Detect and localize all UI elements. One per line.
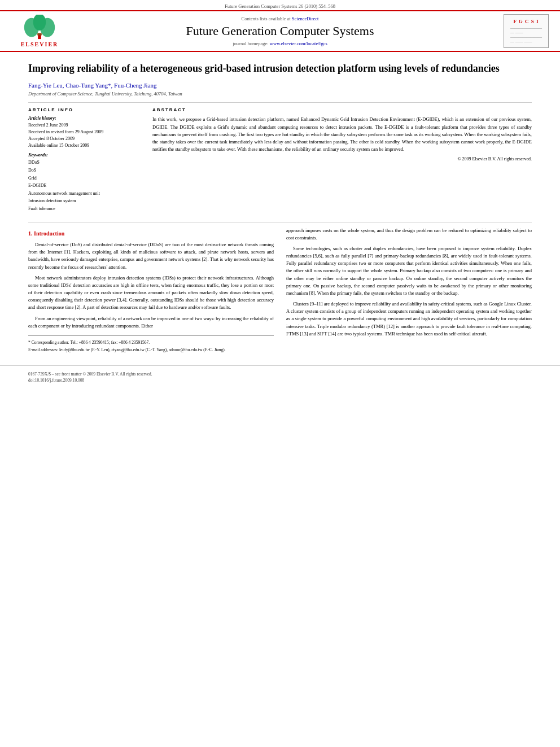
article-affiliation: Department of Computer Science, Tunghai … bbox=[28, 91, 532, 97]
fgcs-logo: F G C S I ———————— — —— ———————— — —— —— bbox=[504, 14, 549, 48]
footnote-area: * Corresponding author. Tel.: +886 4 235… bbox=[28, 335, 274, 353]
keywords-list: DDoS DoS Grid E-DGIDE Autonomous network… bbox=[28, 159, 141, 212]
keyword-4: E-DGIDE bbox=[28, 182, 141, 190]
abstract-label: ABSTRACT bbox=[152, 107, 532, 112]
available-date: Available online 15 October 2009 bbox=[28, 142, 141, 149]
body-para5: Some technologies, such as cluster and d… bbox=[286, 245, 532, 297]
keyword-5: Autonomous network management unit bbox=[28, 190, 141, 198]
svg-rect-4 bbox=[37, 33, 42, 36]
elsevier-tree-icon bbox=[20, 15, 59, 40]
body-para3: From an engineering viewpoint, reliabili… bbox=[28, 315, 274, 330]
journal-homepage-line: journal homepage: www.elsevier.com/locat… bbox=[11, 41, 549, 46]
body-para2: Most network administrators deploy intru… bbox=[28, 274, 274, 312]
footnote-email-text: E-mail addresses: leufy@thu.edu.tw (F.-Y… bbox=[28, 347, 226, 352]
fgcs-logo-text: F G C S I bbox=[513, 19, 539, 24]
body-two-col: 1. Introduction Denial-of-service (DoS) … bbox=[28, 227, 532, 355]
article-authors: Fang-Yie Leu, Chao-Tung Yang*, Fuu-Cheng… bbox=[28, 82, 532, 89]
article-info-col: ARTICLE INFO Article history: Received 2… bbox=[28, 107, 141, 212]
abstract-col: ABSTRACT In this work, we propose a Grid… bbox=[152, 107, 532, 212]
homepage-label: journal homepage: bbox=[233, 41, 269, 46]
body-para1: Denial-of-service (DoS) and distributed … bbox=[28, 241, 274, 271]
keyword-1: DDoS bbox=[28, 159, 141, 167]
footnote-email-line: E-mail addresses: leufy@thu.edu.tw (F.-Y… bbox=[28, 347, 274, 353]
homepage-link[interactable]: www.elsevier.com/locate/fgcs bbox=[270, 41, 327, 46]
abstract-copyright: © 2009 Elsevier B.V. All rights reserved… bbox=[152, 156, 532, 161]
keyword-3: Grid bbox=[28, 174, 141, 182]
fgcs-logo-lines: ———————— — —— ———————— — —— —— bbox=[510, 26, 542, 44]
elsevier-wordmark: ELSEVIER bbox=[21, 41, 59, 47]
article-info-section: Article history: Received 2 June 2009 Re… bbox=[28, 116, 141, 212]
section1-heading: 1. Introduction bbox=[28, 229, 274, 238]
article-body: Improving reliability of a heterogeneous… bbox=[0, 52, 560, 365]
sciencedirect-link[interactable]: ScienceDirect bbox=[292, 16, 319, 21]
divider-1 bbox=[28, 102, 532, 103]
article-footer: 0167-739X/$ – see front matter © 2009 El… bbox=[0, 365, 560, 388]
body-right-col: approach imposes costs on the whole syst… bbox=[286, 227, 532, 355]
keyword-6: Intrusion detection system bbox=[28, 197, 141, 205]
keyword-2: DoS bbox=[28, 167, 141, 174]
footnote-star-line: * Corresponding author. Tel.: +886 4 235… bbox=[28, 339, 274, 346]
divider-2 bbox=[28, 222, 532, 222]
journal-banner: ELSEVIER Contents lists available at Sci… bbox=[0, 10, 560, 52]
received-date: Received 2 June 2009 bbox=[28, 122, 141, 129]
body-para4: approach imposes costs on the whole syst… bbox=[286, 227, 532, 242]
elsevier-logo: ELSEVIER bbox=[20, 15, 59, 47]
keywords-label: Keywords: bbox=[28, 152, 141, 158]
contents-line: Contents lists available at ScienceDirec… bbox=[11, 16, 549, 21]
footer-doi: doi:10.1016/j.future.2009.10.008 bbox=[28, 378, 532, 383]
abstract-text: In this work, we propose a Grid-based in… bbox=[152, 116, 532, 153]
svg-rect-0 bbox=[38, 35, 41, 40]
journal-header-top: Future Generation Computer Systems 26 (2… bbox=[0, 0, 560, 10]
journal-title: Future Generation Computer Systems bbox=[11, 24, 549, 38]
history-label: Article history: bbox=[28, 116, 141, 121]
footer-issn: 0167-739X/$ – see front matter © 2009 El… bbox=[28, 372, 532, 377]
info-abstract-row: ARTICLE INFO Article history: Received 2… bbox=[28, 107, 532, 212]
journal-center: Contents lists available at ScienceDirec… bbox=[11, 16, 549, 46]
keyword-7: Fault tolerance bbox=[28, 205, 141, 213]
footnote-star-text: * Corresponding author. Tel.: +886 4 235… bbox=[28, 340, 150, 345]
page: Future Generation Computer Systems 26 (2… bbox=[0, 0, 560, 747]
contents-label: Contents lists available at bbox=[242, 16, 291, 21]
accepted-date: Accepted 8 October 2009 bbox=[28, 136, 141, 142]
journal-info-text: Future Generation Computer Systems 26 (2… bbox=[225, 3, 335, 9]
elsevier-logo-container: ELSEVIER bbox=[11, 11, 68, 51]
revised-date: Received in revised form 29 August 2009 bbox=[28, 129, 141, 136]
article-info-label: ARTICLE INFO bbox=[28, 107, 141, 112]
body-para6: Clusters [9–11] are deployed to improve … bbox=[286, 300, 532, 338]
body-left-col: 1. Introduction Denial-of-service (DoS) … bbox=[28, 227, 274, 355]
article-title: Improving reliability of a heterogeneous… bbox=[28, 62, 532, 75]
